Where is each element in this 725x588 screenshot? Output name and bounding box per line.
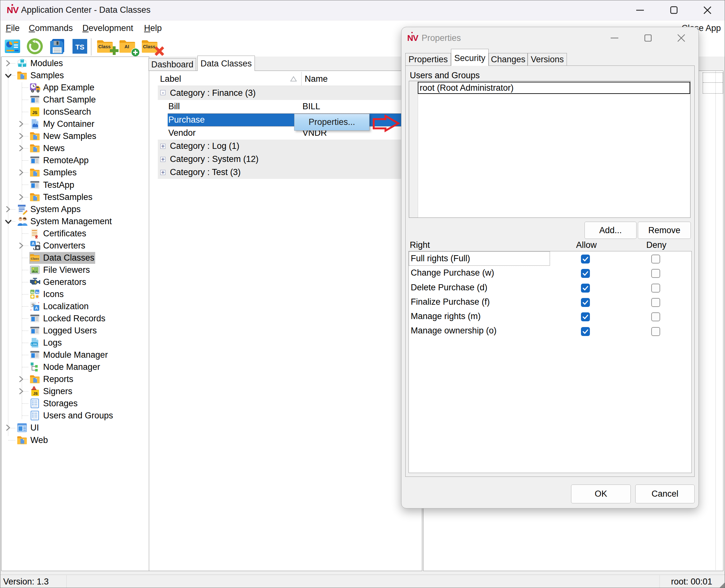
svg-text:JS: JS (32, 110, 37, 115)
svg-text:A: A (35, 306, 38, 311)
svg-text:TS: TS (76, 43, 84, 51)
svg-text:AI: AI (125, 44, 129, 49)
svg-text:Class: Class (143, 44, 155, 49)
svg-text:LOG: LOG (31, 343, 37, 346)
svg-text:JS: JS (33, 392, 37, 395)
svg-text:Class: Class (98, 44, 111, 49)
svg-text:A: A (31, 241, 35, 246)
svg-text:Class: Class (31, 257, 39, 260)
